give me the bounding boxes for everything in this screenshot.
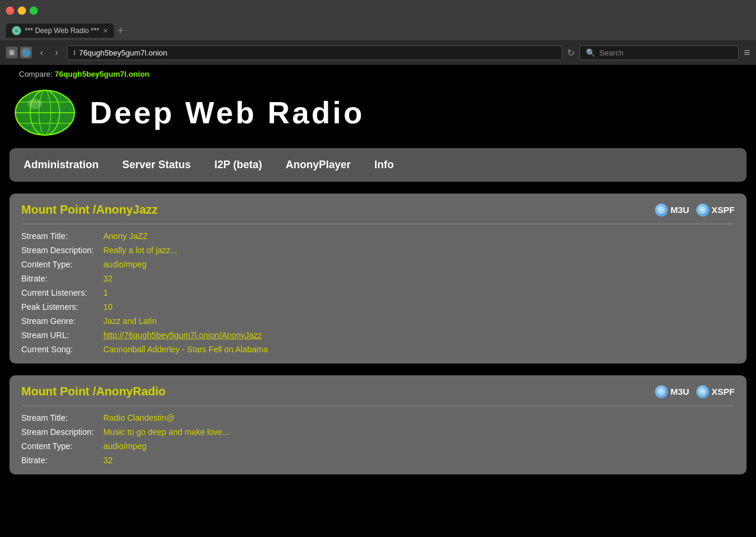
lock-icon: ℹ [73, 49, 76, 57]
mount-header-1: Mount Point /AnonyRadio M3U XSPF [21, 385, 735, 398]
field-value-0-8: Cannonball Adderley - Stars Fell on Alab… [103, 345, 735, 354]
svg-text:S: S [10, 50, 13, 55]
nav-i2p[interactable]: I2P (beta) [214, 159, 262, 171]
address-bar[interactable]: ℹ 76qugh5bey5gum7l.onion [67, 45, 563, 60]
field-value-0-5: 10 [103, 302, 735, 312]
mount-m3u-0[interactable]: M3U [655, 204, 689, 217]
site-title: Deep Web Radio [90, 95, 364, 130]
minimize-button[interactable] [18, 6, 26, 15]
mount-card-1: Mount Point /AnonyRadio M3U XSPFStream T… [9, 375, 747, 474]
mount-xspf-1[interactable]: XSPF [696, 385, 735, 398]
field-label-0-6: Stream Genre: [21, 316, 94, 326]
mount-actions-1: M3U XSPF [655, 385, 735, 398]
page-content: Compare: 76qugh5bey5gum7l.onion Deep Web… [0, 65, 756, 496]
tab-bar: *** Deep Web Radio *** ✕ + [0, 21, 756, 40]
sidebar-icon-1: S [6, 47, 18, 58]
field-label-0-5: Peak Listeners: [21, 302, 94, 312]
field-label-0-0: Stream Title: [21, 231, 94, 241]
search-placeholder: Search [599, 48, 623, 57]
xspf-play-icon [696, 204, 709, 217]
main-nav: Administration Server Status I2P (beta) … [9, 148, 747, 182]
nav-bar: S 🌐 ‹ › ℹ 76qugh5bey5gum7l.onion ↻ 🔍 Sea… [0, 40, 756, 65]
mount-divider-0 [21, 224, 735, 224]
field-value-1-3: 32 [103, 456, 735, 465]
mounts-container: Mount Point /AnonyJazz M3U XSPFStream Ti… [9, 194, 747, 474]
maximize-button[interactable] [30, 6, 38, 15]
tab-close-button[interactable]: ✕ [103, 27, 108, 35]
search-icon: 🔍 [586, 48, 595, 57]
xspf-play-icon [696, 385, 709, 398]
field-label-0-1: Stream Description: [21, 245, 94, 255]
browser-chrome: *** Deep Web Radio *** ✕ + S 🌐 ‹ › ℹ 76q… [0, 0, 756, 65]
field-label-0-8: Current Song: [21, 345, 94, 354]
mount-title-1: Mount Point /AnonyRadio [21, 385, 165, 398]
nav-administration[interactable]: Administration [24, 159, 99, 171]
forward-button[interactable]: › [51, 45, 61, 60]
svg-text:🌐: 🌐 [23, 50, 30, 57]
field-value-0-2: audio/mpeg [103, 260, 735, 269]
refresh-button[interactable]: ↻ [567, 47, 575, 58]
m3u-play-icon [655, 385, 668, 398]
compare-bar: Compare: 76qugh5bey5gum7l.onion [9, 65, 747, 83]
field-label-1-2: Content Type: [21, 441, 94, 451]
svg-point-0 [14, 28, 19, 34]
compare-label: Compare: [19, 70, 53, 78]
field-label-0-4: Current Listeners: [21, 288, 94, 297]
mount-data-0: Stream Title:Anony JaZZStream Descriptio… [21, 231, 735, 354]
field-value-1-2: audio/mpeg [103, 441, 735, 451]
field-label-0-7: Stream URL: [21, 330, 94, 340]
site-logo [9, 89, 80, 136]
field-value-0-3: 32 [103, 274, 735, 283]
nav-anonyplayer[interactable]: AnonyPlayer [286, 159, 351, 171]
field-value-0-4: 1 [103, 288, 735, 297]
browser-tab[interactable]: *** Deep Web Radio *** ✕ [6, 24, 114, 38]
nav-server-status[interactable]: Server Status [122, 159, 191, 171]
mount-data-1: Stream Title:Radio Clandestin@Stream Des… [21, 413, 735, 465]
mount-m3u-1[interactable]: M3U [655, 385, 689, 398]
m3u-play-icon [655, 204, 668, 217]
field-label-1-3: Bitrate: [21, 456, 94, 465]
site-header: Deep Web Radio [9, 83, 747, 148]
mount-divider-1 [21, 405, 735, 406]
svg-marker-16 [702, 209, 705, 211]
nav-info[interactable]: Info [374, 159, 394, 171]
field-value-0-0: Anony JaZZ [103, 231, 735, 241]
menu-button[interactable]: ≡ [744, 47, 750, 59]
address-text: 76qugh5bey5gum7l.onion [79, 48, 168, 57]
window-controls [6, 6, 38, 15]
new-tab-button[interactable]: + [118, 25, 124, 37]
mount-xspf-0[interactable]: XSPF [696, 204, 735, 217]
mount-actions-0: M3U XSPF [655, 204, 735, 217]
mount-title-0: Mount Point /AnonyJazz [21, 203, 158, 217]
tab-favicon [12, 26, 21, 35]
svg-point-12 [28, 99, 42, 109]
sidebar-icon-2: 🌐 [20, 47, 32, 58]
mount-header-0: Mount Point /AnonyJazz M3U XSPF [21, 203, 735, 217]
logo-globe-svg [12, 89, 77, 136]
tab-title: *** Deep Web Radio *** [25, 27, 99, 35]
sidebar-icons: S 🌐 [6, 47, 32, 58]
field-value-0-6: Jazz and Latin [103, 316, 735, 326]
field-value-0-7[interactable]: http://76qugh5bey5gum7l.onion/AnonyJazz [103, 330, 735, 340]
search-bar[interactable]: 🔍 Search [579, 45, 739, 60]
field-label-1-0: Stream Title: [21, 413, 94, 423]
svg-marker-18 [661, 391, 663, 393]
field-value-1-0: Radio Clandestin@ [103, 413, 735, 423]
close-button[interactable] [6, 6, 14, 15]
field-value-1-1: Music to go deep and make love... [103, 427, 735, 437]
field-label-0-3: Bitrate: [21, 274, 94, 283]
mount-card-0: Mount Point /AnonyJazz M3U XSPFStream Ti… [9, 194, 747, 364]
compare-url: 76qugh5bey5gum7l.onion [55, 70, 149, 78]
back-button[interactable]: ‹ [37, 45, 47, 60]
svg-marker-20 [702, 391, 705, 393]
field-value-0-1: Really a lot of jazz... [103, 245, 735, 255]
field-label-1-1: Stream Description: [21, 427, 94, 437]
svg-marker-14 [661, 209, 663, 211]
title-bar [0, 0, 756, 21]
field-label-0-2: Content Type: [21, 260, 94, 269]
